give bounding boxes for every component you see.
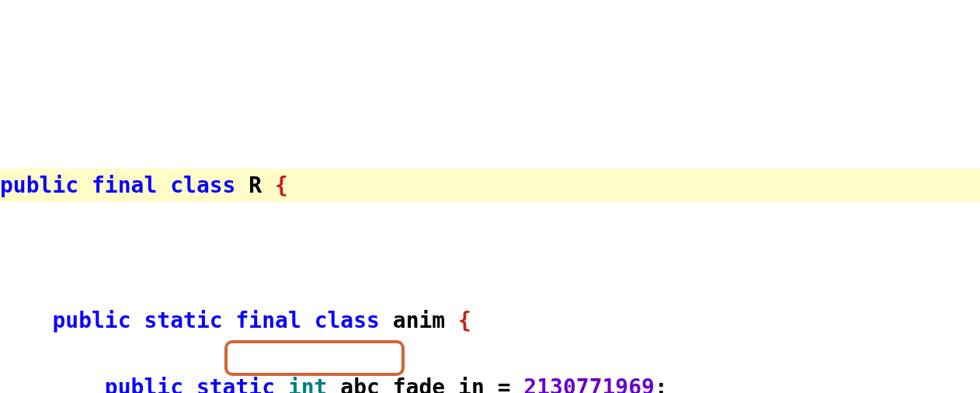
keyword-class: class [170, 172, 235, 198]
field-name: abc_fade_in [340, 374, 484, 393]
semicolon: ; [655, 374, 668, 393]
class-name: anim [393, 308, 445, 333]
code-editor: public final class R { public static fin… [0, 135, 980, 393]
keyword-final: final [92, 172, 157, 198]
keyword-static: static [196, 374, 275, 393]
code-line-outer-decl: public final class R { [0, 169, 980, 202]
keyword-public: public [105, 374, 183, 393]
keyword-static: static [144, 308, 222, 333]
keyword-public: public [0, 172, 78, 198]
open-brace: { [458, 308, 471, 333]
type-int: int [288, 374, 328, 393]
keyword-public: public [52, 308, 130, 333]
class-name: R [248, 172, 262, 198]
equals: = [498, 374, 511, 393]
field-value: 2130771969 [523, 374, 655, 393]
keyword-final: final [235, 308, 301, 333]
code-line-inner-decl: public static final class anim { [0, 304, 980, 337]
blank-line [0, 236, 980, 270]
open-brace: { [275, 172, 288, 198]
code-line-field: public static int abc_fade_in = 21307719… [0, 370, 980, 393]
keyword-class: class [315, 308, 380, 333]
